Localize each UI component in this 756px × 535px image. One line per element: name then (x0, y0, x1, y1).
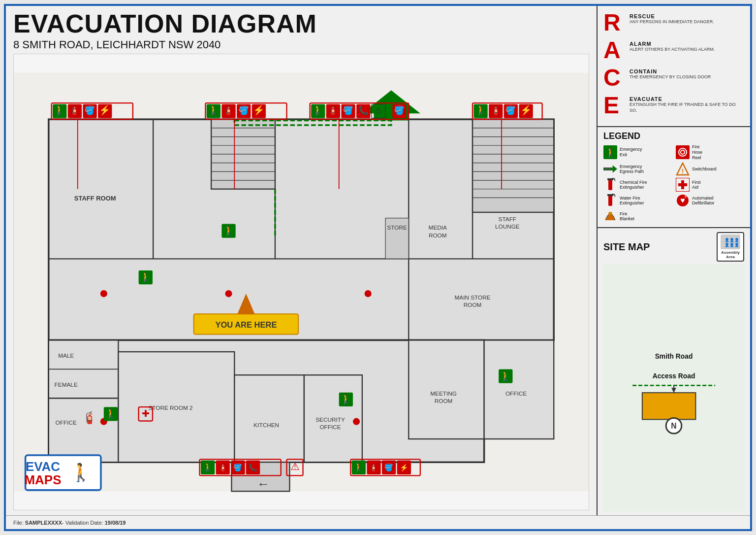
svg-text:🚶: 🚶 (54, 104, 65, 116)
legend-icon-egress (603, 162, 617, 176)
legend-icon-switchboard: ! (676, 162, 690, 176)
svg-text:MAIN STORE: MAIN STORE (454, 294, 490, 301)
svg-text:⚠: ⚠ (290, 461, 300, 472)
legend-label-blanket: FireBlanket (620, 211, 634, 222)
legend-label-chem-ext: Chemical FireExtinguisher (620, 180, 647, 191)
svg-text:🚶: 🚶 (500, 370, 511, 382)
race-title-r: RESCUE (630, 13, 714, 19)
legend-label-exit: EmergencyExit (620, 147, 642, 158)
legend-label-egress: EmergencyEgress Path (620, 164, 644, 175)
floor-plan-svg: YOU ARE HERE STAFF ROOM STORE MEDIA ROOM… (14, 54, 589, 510)
legend-label-hose: FireHoseReel (692, 144, 702, 160)
legend-item-blanket: FireBlanket (603, 209, 672, 223)
race-text-r: RESCUE ANY PERSONS IN IMMEDIATE DANGER. (630, 11, 714, 25)
race-desc-r: ANY PERSONS IN IMMEDIATE DANGER. (630, 19, 714, 25)
svg-text:Smith Road: Smith Road (655, 353, 693, 361)
svg-text:Access Road: Access Road (653, 372, 695, 380)
legend-icon-firstaid (676, 178, 690, 192)
svg-text:🪣: 🪣 (384, 463, 393, 472)
svg-text:+: + (684, 194, 687, 200)
svg-text:🪣: 🪣 (343, 105, 353, 116)
svg-text:🚶: 🚶 (223, 225, 235, 236)
legend-item-switchboard: ! Switchboard (676, 162, 744, 176)
svg-text:ROOM: ROOM (429, 232, 447, 238)
svg-text:STAFF: STAFF (499, 216, 516, 222)
race-title-c: CONTAIN (630, 68, 711, 74)
race-letter-a: A (603, 38, 626, 62)
svg-rect-157 (608, 179, 612, 190)
svg-text:🧯: 🧯 (328, 105, 338, 116)
svg-text:🧯: 🧯 (491, 105, 501, 116)
svg-text:ROOM: ROOM (435, 398, 453, 404)
svg-rect-162 (608, 195, 612, 206)
race-letter-c: C (603, 66, 626, 90)
svg-text:STORE ROOM 2: STORE ROOM 2 (148, 404, 192, 411)
right-panel: R RESCUE ANY PERSONS IN IMMEDIATE DANGER… (598, 6, 750, 515)
svg-text:👤👤👤: 👤👤👤 (724, 242, 739, 247)
legend-item-water-ext: Water FireExtinguisher (603, 194, 672, 207)
svg-text:🪣: 🪣 (505, 105, 516, 116)
legend-title: LEGEND (603, 131, 744, 141)
legend-item-defib: ♥ + AutomatedDefibrillator (676, 194, 744, 207)
race-title-a: ALARM (630, 41, 715, 47)
svg-text:STORE: STORE (387, 224, 407, 231)
site-map-title: SITE MAP (603, 241, 650, 253)
svg-text:🪣: 🪣 (233, 463, 242, 472)
legend-label-defib: AutomatedDefibrillator (692, 196, 715, 206)
svg-text:SECURITY: SECURITY (315, 416, 345, 423)
svg-rect-161 (678, 183, 687, 186)
svg-text:🚶: 🚶 (140, 271, 152, 283)
svg-text:🚶: 🚶 (353, 462, 364, 472)
svg-rect-174 (642, 393, 695, 420)
legend-label-firstaid: FirstAid (692, 180, 701, 191)
svg-marker-176 (671, 388, 676, 393)
svg-point-100 (100, 290, 107, 297)
race-letter-e: E (603, 94, 626, 117)
race-section: R RESCUE ANY PERSONS IN IMMEDIATE DANGER… (598, 6, 750, 127)
svg-text:🧯: 🧯 (369, 463, 378, 472)
page-subtitle: 8 SMITH ROAD, LEICHHARDT NSW 2040 (13, 38, 589, 51)
legend-grid: 🚶 EmergencyExit (603, 144, 744, 223)
svg-text:👤👤👤: 👤👤👤 (724, 237, 739, 242)
legend-icon-defib: ♥ + (676, 194, 690, 207)
legend-item-firstaid: FirstAid (676, 178, 744, 192)
race-desc-a: ALERT OTHERS BY ACTIVATING ALARM. (630, 47, 715, 53)
race-desc-c: THE EMERGENCY BY CLOSING DOOR (630, 74, 711, 80)
svg-text:🧯: 🧯 (82, 411, 97, 425)
svg-text:⚡: ⚡ (400, 463, 409, 472)
legend-icon-chem-ext (603, 178, 617, 192)
race-text-a: ALARM ALERT OTHERS BY ACTIVATING ALARM. (630, 38, 715, 53)
bottom-bar: File: SAMPLEXXXX - Validation Date: 19/0… (6, 515, 750, 529)
separator: - Validation Date: (62, 520, 103, 526)
validation-date: 19/08/19 (105, 520, 126, 526)
svg-text:EVAC: EVAC (26, 460, 60, 473)
svg-text:🧯: 🧯 (69, 105, 80, 116)
svg-text:FEMALE: FEMALE (55, 381, 78, 388)
svg-text:OFFICE: OFFICE (56, 419, 77, 426)
legend-icon-hose (676, 145, 690, 159)
page-title: EVACUATION DIAGRAM (13, 11, 589, 36)
svg-text:🪣: 🪣 (239, 105, 249, 116)
svg-text:🚶: 🚶 (475, 104, 487, 116)
svg-text:📞: 📞 (249, 463, 257, 472)
svg-text:✚: ✚ (142, 408, 150, 419)
site-map-area: Smith Road Access Road N (603, 265, 744, 511)
svg-text:YOU ARE HERE: YOU ARE HERE (215, 320, 277, 329)
race-item-r: R RESCUE ANY PERSONS IN IMMEDIATE DANGER… (603, 11, 744, 34)
site-map-section: SITE MAP 👤👤👤 👤👤👤 AssemblyArea (598, 228, 750, 515)
legend-label-switchboard: Switchboard (692, 167, 717, 172)
file-label: File: (13, 520, 24, 526)
svg-rect-16 (472, 119, 554, 212)
race-text-e: EVACUATE EXTINGUISH THE FIRE IF TRAINED … (630, 94, 744, 113)
svg-text:⚡: ⚡ (253, 104, 265, 116)
assembly-badge: 👤👤👤 👤👤👤 AssemblyArea (717, 232, 744, 262)
legend-icon-blanket (603, 209, 617, 223)
legend-item-chem-ext: Chemical FireExtinguisher (603, 178, 672, 192)
svg-text:LOUNGE: LOUNGE (495, 223, 520, 230)
svg-text:MEETING: MEETING (430, 390, 457, 397)
race-title-e: EVACUATE (630, 96, 744, 102)
legend-item-hose: FireHoseReel (676, 144, 744, 160)
svg-text:MALE: MALE (58, 352, 74, 359)
svg-text:📞: 📞 (358, 105, 369, 116)
svg-point-101 (225, 290, 232, 297)
